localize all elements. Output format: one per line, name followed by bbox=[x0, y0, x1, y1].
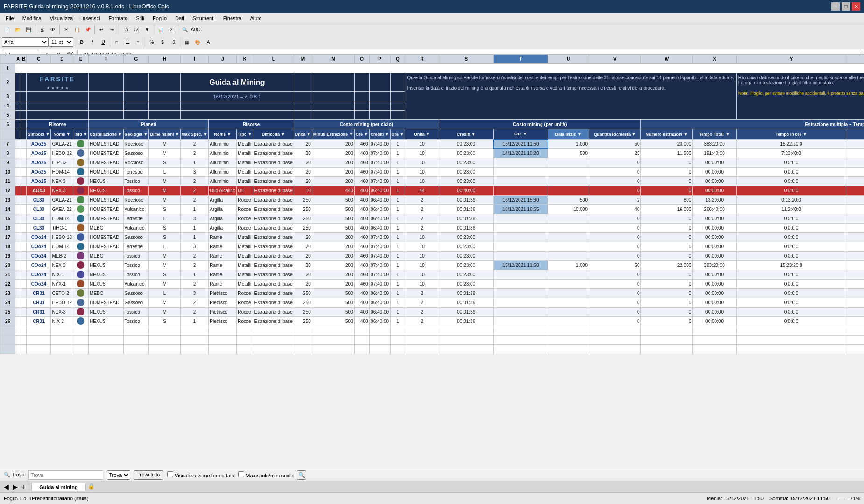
cell-cred2[interactable]: 2 bbox=[405, 196, 439, 205]
cell-ore1[interactable]: 400 bbox=[354, 196, 369, 205]
cell-diff[interactable]: Estrazione di base bbox=[253, 280, 294, 289]
cell-quant[interactable] bbox=[548, 298, 589, 308]
cell-maxspec[interactable]: 1 bbox=[180, 205, 208, 214]
cell-cred2[interactable]: 10 bbox=[405, 149, 439, 158]
cell-datainizio[interactable] bbox=[493, 168, 548, 177]
col-F[interactable]: F bbox=[89, 55, 123, 64]
cell-tipo[interactable]: Rocce bbox=[237, 317, 253, 326]
cell-simbolo[interactable]: AOo25 bbox=[27, 158, 51, 168]
cell-info[interactable] bbox=[73, 317, 89, 326]
cell-orestr[interactable]: 06:40:00 bbox=[369, 317, 390, 326]
cell-temptot[interactable]: 11.500 bbox=[641, 149, 693, 158]
bold-btn[interactable]: B bbox=[77, 37, 87, 47]
cell-numest[interactable]: 0 bbox=[589, 214, 641, 224]
cell-temptot[interactable]: 0 bbox=[641, 242, 693, 252]
cell-cred2[interactable]: 2 bbox=[405, 298, 439, 308]
align-center-btn[interactable]: ☰ bbox=[122, 37, 133, 47]
cell-simbolo[interactable]: AOo25 bbox=[27, 177, 51, 186]
cell-unita[interactable]: 20 bbox=[294, 149, 312, 158]
cell-info[interactable] bbox=[73, 158, 89, 168]
col-P[interactable]: P bbox=[369, 55, 390, 64]
find-all-btn[interactable]: Trova tutto bbox=[134, 470, 163, 480]
formatted-view-checkbox[interactable] bbox=[167, 471, 173, 477]
cell-simbolo[interactable]: COo24 bbox=[27, 242, 51, 252]
cell-temptot[interactable]: 0 bbox=[641, 252, 693, 261]
cell-tempo-ore[interactable]: 00:00:00 bbox=[693, 224, 736, 233]
cell-cred2[interactable]: 10 bbox=[405, 270, 439, 280]
cell-oreunita[interactable]: 00:23:00 bbox=[439, 168, 493, 177]
cell-datainizio[interactable] bbox=[493, 270, 548, 280]
cell-unita[interactable]: 20 bbox=[294, 252, 312, 261]
cell-orestr[interactable]: 06:40:00 bbox=[369, 298, 390, 308]
cell-minest[interactable]: 200 bbox=[312, 140, 354, 149]
border-btn[interactable]: ▦ bbox=[182, 37, 192, 47]
cell-dim[interactable]: S bbox=[149, 317, 180, 326]
cell-numest[interactable]: 25 bbox=[589, 149, 641, 158]
cell-numest[interactable]: 0 bbox=[589, 308, 641, 317]
cell-datainizio[interactable]: 15/12/2021 11:50 bbox=[493, 140, 548, 149]
cell-nomeries[interactable]: Alluminio bbox=[209, 140, 237, 149]
cell-tipo[interactable]: Metalli bbox=[237, 168, 253, 177]
cell-dim[interactable]: M bbox=[149, 261, 180, 270]
cell-tempo-ore[interactable]: 00:00:00 bbox=[693, 308, 736, 317]
cell-tempo-giorni[interactable]: 0:0:0:0 bbox=[736, 298, 846, 308]
cell-simbolo[interactable]: CL30 bbox=[27, 196, 51, 205]
cell-cred2[interactable]: 2 bbox=[405, 317, 439, 326]
cell-temptot[interactable]: 16.000 bbox=[641, 205, 693, 214]
cell-nomeries[interactable]: Rame bbox=[209, 252, 237, 261]
cell-datainizio[interactable]: 18/12/2021 16:55 bbox=[493, 205, 548, 214]
cell-unita[interactable]: 250 bbox=[294, 308, 312, 317]
cell-costellazione[interactable]: HOMESTEAD bbox=[89, 205, 123, 214]
cell-simbolo[interactable]: AOo3 bbox=[27, 186, 51, 196]
cell-tempo-giorni[interactable]: 0:0:0:0 bbox=[736, 233, 846, 242]
cell-info[interactable] bbox=[73, 252, 89, 261]
cell-datainizio[interactable] bbox=[493, 308, 548, 317]
cell-tempo-ore[interactable]: 00:00:00 bbox=[693, 177, 736, 186]
minimize-button[interactable]: — bbox=[831, 2, 840, 11]
cell-dim[interactable]: L bbox=[149, 168, 180, 177]
cell-minest[interactable]: 500 bbox=[312, 308, 354, 317]
cell-nome[interactable]: HIP-32 bbox=[51, 158, 73, 168]
cell-datainizio[interactable] bbox=[493, 224, 548, 233]
cell-orestr[interactable]: 07:40:00 bbox=[369, 158, 390, 168]
col-T[interactable]: T bbox=[493, 55, 548, 64]
cell-costellazione[interactable]: MEBO bbox=[89, 289, 123, 298]
font-color-btn[interactable]: A bbox=[203, 37, 213, 47]
cell-dim[interactable]: M bbox=[149, 177, 180, 186]
cell-temptot[interactable]: 0 bbox=[641, 186, 693, 196]
cell-cred1[interactable]: 1 bbox=[390, 158, 405, 168]
cell-numest[interactable]: 0 bbox=[589, 242, 641, 252]
cell-cred1[interactable]: 1 bbox=[390, 270, 405, 280]
preview-btn[interactable]: 👁 bbox=[48, 24, 58, 35]
cell-info[interactable] bbox=[73, 233, 89, 242]
cell-simbolo[interactable]: AOo25 bbox=[27, 149, 51, 158]
special-btn[interactable]: Σ bbox=[166, 24, 176, 35]
cell-minest[interactable]: 500 bbox=[312, 317, 354, 326]
cell-datainizio[interactable] bbox=[493, 233, 548, 242]
col-W[interactable]: W bbox=[641, 55, 693, 64]
cell-geologia[interactable]: Gassoso bbox=[123, 233, 149, 242]
cell-tempo-ore[interactable]: 00:00:00 bbox=[693, 186, 736, 196]
redo-btn[interactable]: ↪ bbox=[107, 24, 117, 35]
cell-minest[interactable]: 500 bbox=[312, 298, 354, 308]
col-E[interactable]: E bbox=[73, 55, 89, 64]
cell-minest[interactable]: 200 bbox=[312, 270, 354, 280]
cell-nome[interactable]: HOM-14 bbox=[51, 214, 73, 224]
cell-quant[interactable] bbox=[548, 158, 589, 168]
cell-tempo-giorni[interactable]: 0:0:0:0 bbox=[736, 186, 846, 196]
cell-diff[interactable]: Estrazione di base bbox=[253, 233, 294, 242]
cell-nomeries[interactable]: Pietrisco bbox=[209, 289, 237, 298]
cell-maxspec[interactable]: 3 bbox=[180, 289, 208, 298]
cell-nomeries[interactable]: Rame bbox=[209, 270, 237, 280]
cell-cred2[interactable]: 10 bbox=[405, 168, 439, 177]
cell-unita[interactable]: 250 bbox=[294, 196, 312, 205]
cell-costellazione[interactable]: MEBO bbox=[89, 252, 123, 261]
cell-maxspec[interactable]: 2 bbox=[180, 140, 208, 149]
cell-tipo[interactable]: Metalli bbox=[237, 233, 253, 242]
cell-geologia[interactable]: Gassoso bbox=[123, 149, 149, 158]
cell-costellazione[interactable]: NEXUS bbox=[89, 317, 123, 326]
cell-cred2[interactable]: 10 bbox=[405, 140, 439, 149]
cell-temptot[interactable]: 0 bbox=[641, 224, 693, 233]
col-X[interactable]: X bbox=[693, 55, 736, 64]
cell-numest[interactable]: 0 bbox=[589, 252, 641, 261]
